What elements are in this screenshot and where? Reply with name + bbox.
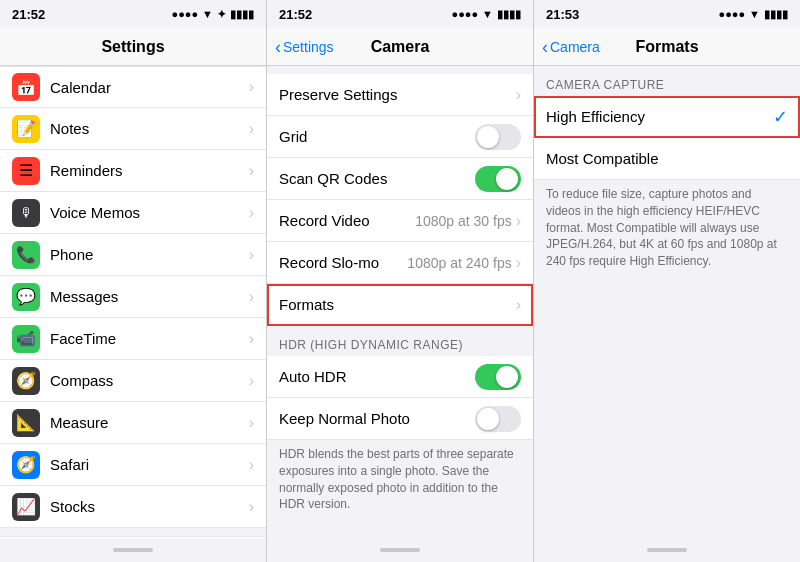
chevron-stocks: › — [249, 498, 254, 516]
record-video-row[interactable]: Record Video 1080p at 30 fps › — [267, 200, 533, 242]
settings-list-1[interactable]: 📅 Calendar › 📝 Notes › ☰ Reminders › 🎙 V… — [0, 66, 266, 538]
auto-hdr-toggle[interactable] — [475, 364, 521, 390]
safari-label: Safari — [50, 456, 249, 473]
signal-icon-2: ●●●● — [452, 8, 479, 20]
stocks-icon: 📈 — [12, 493, 40, 521]
scan-qr-toggle[interactable] — [475, 166, 521, 192]
sidebar-item-phone[interactable]: 📞 Phone › — [0, 234, 266, 276]
preserve-settings-row[interactable]: Preserve Settings › — [267, 74, 533, 116]
wifi-icon-1: ▼ — [202, 8, 213, 20]
formats-description: To reduce file size, capture photos and … — [534, 180, 800, 280]
wifi-icon-3: ▼ — [749, 8, 760, 20]
battery-icon-2: ▮▮▮▮ — [497, 8, 521, 21]
sidebar-item-messages[interactable]: 💬 Messages › — [0, 276, 266, 318]
camera-settings-list[interactable]: Preserve Settings › Grid Scan QR Codes R… — [267, 66, 533, 538]
scan-qr-row[interactable]: Scan QR Codes — [267, 158, 533, 200]
nav-bar-3: ‹ Camera Formats — [534, 28, 800, 66]
top-spacer-2 — [267, 66, 533, 74]
battery-icon-3: ▮▮▮▮ — [764, 8, 788, 21]
sidebar-item-reminders[interactable]: ☰ Reminders › — [0, 150, 266, 192]
reminders-icon: ☰ — [12, 157, 40, 185]
sidebar-item-compass[interactable]: 🧭 Compass › — [0, 360, 266, 402]
signal-icon-3: ●●●● — [719, 8, 746, 20]
reminders-label: Reminders — [50, 162, 249, 179]
chevron-preserve: › — [516, 86, 521, 104]
back-label-2: Settings — [283, 39, 334, 55]
keep-normal-photo-label: Keep Normal Photo — [279, 410, 475, 427]
nav-bar-1: Settings — [0, 28, 266, 66]
nav-title-3: Formats — [635, 38, 698, 56]
section-group-apps: 📅 Calendar › 📝 Notes › ☰ Reminders › 🎙 V… — [0, 66, 266, 528]
sidebar-item-voice-memos[interactable]: 🎙 Voice Memos › — [0, 192, 266, 234]
scroll-bar-3 — [647, 548, 687, 552]
scroll-indicator-3 — [534, 538, 800, 562]
record-video-value: 1080p at 30 fps — [415, 213, 512, 229]
formats-list[interactable]: CAMERA CAPTURE High Efficiency ✓ Most Co… — [534, 66, 800, 538]
voice-memos-icon: 🎙 — [12, 199, 40, 227]
sidebar-item-notes[interactable]: 📝 Notes › — [0, 108, 266, 150]
chevron-compass: › — [249, 372, 254, 390]
chevron-record-slomo: › — [516, 254, 521, 272]
sidebar-item-calendar[interactable]: 📅 Calendar › — [0, 66, 266, 108]
record-slomo-value: 1080p at 240 fps — [407, 255, 511, 271]
measure-icon: 📐 — [12, 409, 40, 437]
grid-row[interactable]: Grid — [267, 116, 533, 158]
chevron-messages: › — [249, 288, 254, 306]
battery-icon-1: ▮▮▮▮ — [230, 8, 254, 21]
keep-normal-toggle-knob — [477, 408, 499, 430]
calendar-label: Calendar — [50, 79, 249, 96]
scan-qr-toggle-knob — [496, 168, 518, 190]
status-time-1: 21:52 — [12, 7, 45, 22]
most-compatible-label: Most Compatible — [546, 150, 788, 167]
record-slomo-row[interactable]: Record Slo-mo 1080p at 240 fps › — [267, 242, 533, 284]
back-chevron-3: ‹ — [542, 38, 548, 56]
keep-normal-photo-row[interactable]: Keep Normal Photo — [267, 398, 533, 440]
hdr-section-header: HDR (HIGH DYNAMIC RANGE) — [267, 334, 533, 356]
formats-row[interactable]: Formats › — [267, 284, 533, 326]
nav-back-3[interactable]: ‹ Camera — [542, 38, 600, 56]
nav-back-2[interactable]: ‹ Settings — [275, 38, 334, 56]
back-label-3: Camera — [550, 39, 600, 55]
sidebar-item-measure[interactable]: 📐 Measure › — [0, 402, 266, 444]
most-compatible-option[interactable]: Most Compatible — [534, 138, 800, 180]
formats-label: Formats — [279, 296, 516, 313]
compass-icon: 🧭 — [12, 367, 40, 395]
chevron-formats: › — [516, 296, 521, 314]
grid-toggle[interactable] — [475, 124, 521, 150]
panel-settings-main: 21:52 ●●●● ▼ ✦ ▮▮▮▮ Settings 📅 Calendar … — [0, 0, 267, 562]
auto-hdr-toggle-knob — [496, 366, 518, 388]
chevron-facetime: › — [249, 330, 254, 348]
sidebar-item-music[interactable]: ♪ Music › — [0, 536, 266, 538]
chevron-reminders: › — [249, 162, 254, 180]
wifi-icon-2: ▼ — [482, 8, 493, 20]
high-efficiency-option[interactable]: High Efficiency ✓ — [534, 96, 800, 138]
sidebar-item-safari[interactable]: 🧭 Safari › — [0, 444, 266, 486]
notes-label: Notes — [50, 120, 249, 137]
status-bar-2: 21:52 ●●●● ▼ ▮▮▮▮ — [267, 0, 533, 28]
auto-hdr-row[interactable]: Auto HDR — [267, 356, 533, 398]
sidebar-item-facetime[interactable]: 📹 FaceTime › — [0, 318, 266, 360]
scan-qr-label: Scan QR Codes — [279, 170, 475, 187]
status-time-3: 21:53 — [546, 7, 579, 22]
measure-label: Measure — [50, 414, 249, 431]
camera-capture-header: CAMERA CAPTURE — [534, 74, 800, 96]
messages-label: Messages — [50, 288, 249, 305]
section-group-media: ♪ Music › 🌄 Photos › 📷 Camera › 🎮 Game C… — [0, 536, 266, 538]
panel-camera-settings: 21:52 ●●●● ▼ ▮▮▮▮ ‹ Settings Camera Pres… — [267, 0, 534, 562]
chevron-notes: › — [249, 120, 254, 138]
status-icons-3: ●●●● ▼ ▮▮▮▮ — [719, 8, 788, 21]
scroll-indicator-1 — [0, 538, 266, 562]
status-time-2: 21:52 — [279, 7, 312, 22]
preserve-settings-label: Preserve Settings — [279, 86, 516, 103]
sidebar-item-stocks[interactable]: 📈 Stocks › — [0, 486, 266, 528]
status-bar-1: 21:52 ●●●● ▼ ✦ ▮▮▮▮ — [0, 0, 266, 28]
high-efficiency-label: High Efficiency — [546, 108, 773, 125]
voice-memos-label: Voice Memos — [50, 204, 249, 221]
auto-hdr-label: Auto HDR — [279, 368, 475, 385]
facetime-icon: 📹 — [12, 325, 40, 353]
keep-normal-toggle[interactable] — [475, 406, 521, 432]
section-separator-1 — [0, 528, 266, 536]
calendar-icon: 📅 — [12, 73, 40, 101]
stocks-label: Stocks — [50, 498, 249, 515]
high-efficiency-check: ✓ — [773, 106, 788, 128]
